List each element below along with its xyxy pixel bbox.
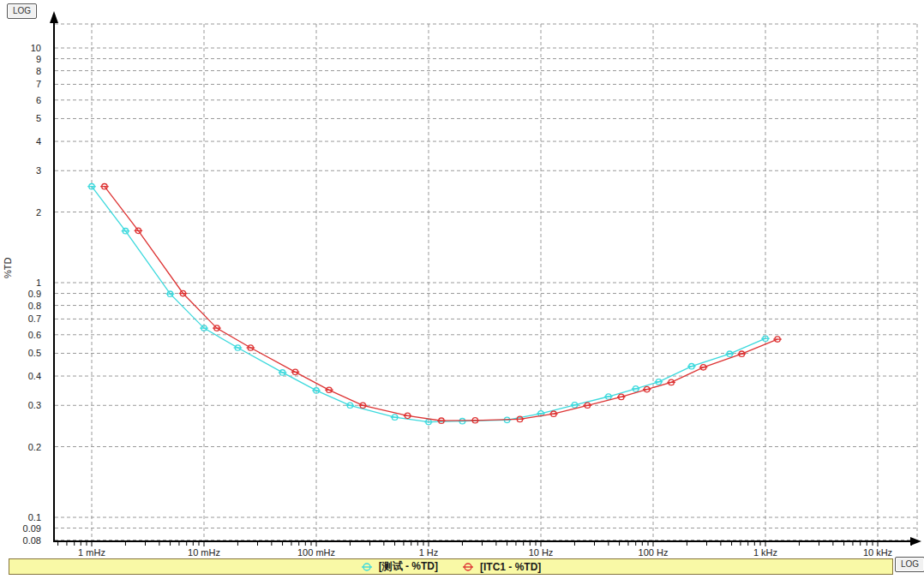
application-window: LOG %TD 109876543210.90.80.70.60.50.40.3… — [0, 0, 924, 579]
svg-text:0.2: 0.2 — [28, 442, 41, 452]
log-scale-button-bottom[interactable]: LOG — [895, 557, 924, 572]
svg-text:0.09: 0.09 — [23, 523, 41, 534]
legend-marker-ceshi-icon — [361, 562, 373, 572]
svg-text:0.5: 0.5 — [28, 348, 41, 358]
svg-text:0.4: 0.4 — [28, 371, 41, 381]
svg-text:7: 7 — [36, 79, 41, 89]
svg-text:2: 2 — [36, 207, 41, 218]
svg-text:0.3: 0.3 — [28, 400, 41, 410]
svg-text:0.1: 0.1 — [28, 512, 41, 522]
svg-text:10 Hz: 10 Hz — [529, 547, 554, 558]
axis-tick-labels: 109876543210.90.80.70.60.50.40.30.20.10.… — [23, 43, 893, 558]
svg-text:1 mHz: 1 mHz — [78, 547, 105, 558]
svg-text:4: 4 — [36, 136, 41, 146]
series-itc1 — [100, 183, 782, 423]
x-axis-ticks — [58, 542, 912, 546]
svg-text:0.6: 0.6 — [28, 330, 41, 340]
legend-marker-itc1-icon — [462, 562, 474, 572]
legend-item-itc1[interactable]: [ITC1 - %TD] — [462, 561, 541, 573]
axes — [50, 11, 921, 546]
svg-text:3: 3 — [36, 165, 41, 176]
svg-text:6: 6 — [36, 95, 41, 105]
legend-label-ceshi: [测试 - %TD] — [379, 559, 438, 574]
legend-bar: [测试 - %TD] [ITC1 - %TD] — [9, 558, 893, 575]
svg-text:1 Hz: 1 Hz — [419, 547, 439, 558]
svg-text:0.7: 0.7 — [28, 313, 41, 324]
grid-lines — [55, 24, 917, 540]
legend-item-ceshi[interactable]: [测试 - %TD] — [361, 559, 438, 574]
svg-text:10 kHz: 10 kHz — [863, 547, 892, 558]
plot-area: 109876543210.90.80.70.60.50.40.30.20.10.… — [0, 0, 924, 579]
svg-text:8: 8 — [36, 66, 41, 76]
svg-text:100 Hz: 100 Hz — [639, 547, 669, 558]
svg-text:0.8: 0.8 — [28, 301, 41, 311]
svg-text:1 kHz: 1 kHz — [753, 547, 777, 558]
svg-text:1: 1 — [36, 278, 41, 288]
svg-text:0.9: 0.9 — [28, 289, 41, 299]
svg-text:0.08: 0.08 — [23, 535, 41, 546]
svg-text:10 mHz: 10 mHz — [188, 547, 220, 558]
svg-text:100 mHz: 100 mHz — [297, 547, 335, 558]
legend-label-itc1: [ITC1 - %TD] — [480, 561, 541, 573]
series-ceshi — [87, 183, 770, 424]
svg-text:9: 9 — [36, 54, 41, 64]
svg-text:5: 5 — [36, 113, 41, 123]
svg-text:10: 10 — [31, 43, 41, 53]
